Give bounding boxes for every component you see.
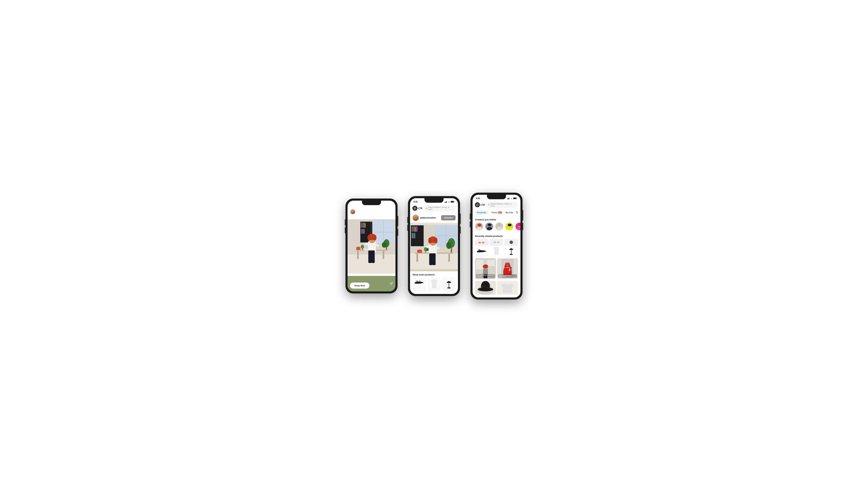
heart-icon-shirt[interactable]: ♡	[438, 288, 440, 290]
tab-products[interactable]: Products	[475, 211, 488, 215]
svg-rect-153	[476, 260, 484, 269]
svg-point-93	[434, 238, 437, 243]
svg-rect-77	[416, 226, 417, 231]
shop-now-button[interactable]: Shop Now	[350, 282, 369, 289]
progress-3	[379, 208, 393, 208]
story-avatar[interactable]	[350, 209, 356, 215]
volume-down-p3	[470, 221, 471, 227]
sort-icon[interactable]: ⇅	[516, 211, 518, 214]
svg-rect-54	[446, 201, 447, 203]
svg-rect-69	[411, 225, 424, 226]
product-lamp[interactable]: ♡	[442, 277, 456, 291]
search-icon-3	[488, 204, 490, 206]
power-button-2-p3	[523, 223, 523, 230]
status-icons-1	[382, 203, 392, 205]
tab-posts-label: Posts	[492, 212, 497, 214]
heart-recent-shirt[interactable]: ♡	[501, 253, 502, 255]
profile-row: ambervenzbox Unfollow	[410, 213, 458, 223]
svg-point-61	[426, 207, 427, 208]
post-image	[410, 223, 458, 271]
svg-rect-0	[382, 204, 383, 205]
creator-2-img	[485, 223, 493, 231]
profile-left: ambervenzbox	[412, 215, 436, 221]
shirt-svg	[430, 279, 438, 289]
unfollow-button[interactable]: Unfollow	[441, 215, 456, 220]
svg-point-134	[498, 224, 502, 226]
svg-point-145	[482, 242, 484, 244]
ltk-search-3[interactable]: Search fashion, home, & more	[486, 202, 518, 208]
svg-rect-27	[357, 251, 359, 259]
svg-point-107	[434, 284, 434, 284]
more-options-icon[interactable]: •••	[385, 210, 388, 213]
svg-point-156	[483, 264, 488, 268]
recent-product-shirt[interactable]: ♡	[490, 239, 503, 256]
story-scene	[347, 217, 395, 276]
ltk-logo-2: LTK	[412, 206, 423, 211]
notch	[362, 201, 381, 205]
heart-recent-sandal[interactable]: ♡	[486, 251, 488, 253]
recent-lamp-thumb	[509, 240, 514, 245]
creator-avatar-2[interactable]	[485, 222, 493, 231]
svg-rect-78	[412, 233, 413, 238]
svg-rect-28	[383, 251, 384, 259]
sandal-svg	[414, 279, 424, 284]
svg-rect-58	[454, 201, 455, 202]
ltk-header-2: LTK Search fashion, home, & more	[410, 204, 458, 213]
signal-icon-2	[445, 201, 447, 203]
post-scene	[410, 223, 458, 271]
recent-product-sandal[interactable]: ♡	[475, 239, 489, 256]
svg-rect-83	[449, 254, 450, 262]
svg-point-122	[488, 204, 489, 205]
status-icons-3	[507, 197, 517, 199]
creator-avatar-3[interactable]	[495, 222, 503, 231]
product-grid: ♡ ♡	[410, 277, 458, 294]
product-sandal[interactable]: ♡	[412, 277, 426, 291]
close-icon[interactable]: ✕	[390, 210, 393, 214]
ltk-header-3: LTK Search fashion, home, & more	[473, 201, 521, 210]
wifi-icon-3	[510, 197, 512, 199]
svg-point-138	[508, 224, 512, 226]
svg-rect-59	[451, 201, 454, 202]
svg-rect-82	[416, 254, 418, 262]
post-thumb-1[interactable]: Let's chat! What do you want to know?	[475, 258, 496, 279]
svg-rect-70	[411, 232, 424, 233]
svg-point-146	[493, 241, 496, 243]
heart-icon-sandal[interactable]: ♡	[423, 288, 425, 290]
posts-badge: 13	[498, 212, 502, 214]
creator-avatar-5[interactable]	[515, 222, 521, 231]
svg-point-92	[428, 238, 431, 243]
creator-4-img	[506, 223, 513, 231]
tab-mylists[interactable]: My lists	[506, 212, 513, 214]
creator-avatar-1[interactable]	[475, 222, 483, 231]
last-thumb-1[interactable]	[475, 281, 496, 295]
send-svg	[390, 282, 393, 285]
creator-avatar-4[interactable]	[505, 222, 513, 231]
recent-product-lamp[interactable]: ♡	[504, 239, 518, 256]
progress-1	[350, 208, 364, 208]
last-thumb-2[interactable]	[497, 281, 518, 295]
svg-rect-154	[487, 260, 495, 266]
phone-2: 9:41	[408, 196, 460, 296]
story-progress	[347, 207, 395, 208]
heart-icon-lamp[interactable]: ♡	[453, 288, 455, 290]
svg-rect-150	[511, 249, 511, 254]
svg-rect-73	[412, 226, 413, 231]
tab-posts[interactable]: Posts 13	[489, 211, 504, 215]
svg-rect-3	[384, 203, 385, 205]
post-thumb-2[interactable]: What lip stick are you using here?	[497, 258, 518, 279]
profile-name: ambervenzbox	[420, 216, 436, 219]
profile-avatar[interactable]	[412, 215, 419, 221]
svg-rect-53	[445, 202, 446, 203]
svg-rect-75	[414, 226, 415, 231]
svg-rect-114	[508, 198, 508, 199]
svg-rect-15	[360, 222, 371, 222]
svg-rect-20	[362, 223, 363, 228]
ltk-logo-3: LTK	[475, 202, 485, 207]
product-shirt[interactable]: ♡	[427, 277, 441, 291]
volume-down-p2	[407, 225, 408, 231]
tabs-row: Products Posts 13 My lists ⇅	[473, 210, 521, 217]
heart-recent-lamp[interactable]: ♡	[515, 253, 517, 255]
svg-rect-19	[361, 222, 362, 227]
ltk-search-2[interactable]: Search fashion, home, & more	[424, 205, 456, 212]
send-icon[interactable]	[390, 282, 393, 286]
